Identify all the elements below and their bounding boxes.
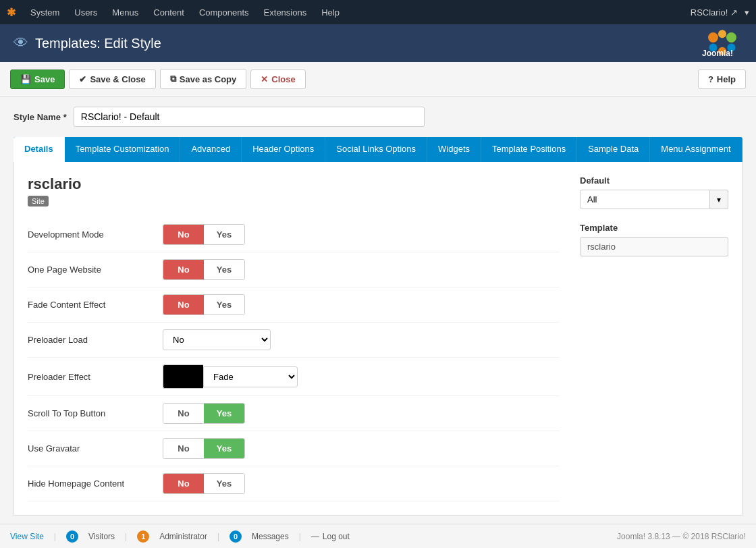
style-name-row: Style Name * bbox=[14, 107, 742, 127]
preloader-effect-wrap: Fade Slide Zoom bbox=[163, 364, 298, 389]
fade-content-row: Fade Content Effect No Yes bbox=[28, 287, 560, 323]
preloader-effect-row: Preloader Effect Fade Slide Zoom bbox=[28, 358, 560, 396]
tab-advanced[interactable]: Advanced bbox=[180, 137, 242, 162]
hide-homepage-no[interactable]: No bbox=[163, 474, 204, 493]
svg-point-2 bbox=[726, 32, 736, 43]
template-section: Template bbox=[580, 223, 728, 256]
main-panel: rsclario Site Development Mode No Yes On… bbox=[14, 162, 742, 516]
use-gravatar-toggle[interactable]: No Yes bbox=[163, 438, 245, 459]
development-mode-label: Development Mode bbox=[28, 229, 149, 240]
user-icon[interactable]: ▾ bbox=[745, 7, 749, 18]
tab-header-options[interactable]: Header Options bbox=[242, 137, 325, 162]
save-button[interactable]: 💾 Save bbox=[10, 70, 65, 89]
fade-content-no[interactable]: No bbox=[163, 295, 204, 314]
preloader-load-select[interactable]: No Yes bbox=[163, 329, 271, 350]
tab-template-customization[interactable]: Template Customization bbox=[65, 137, 181, 162]
save-copy-button[interactable]: ⧉ Save as Copy bbox=[160, 69, 247, 89]
preloader-effect-select[interactable]: Fade Slide Zoom bbox=[203, 366, 298, 387]
template-input bbox=[580, 237, 728, 256]
footer-bar: View Site | 0 Visitors | 1 Administrator… bbox=[0, 524, 756, 526]
site-badge: Site bbox=[28, 196, 49, 207]
nav-content[interactable]: Content bbox=[146, 0, 191, 24]
save-close-button[interactable]: ✔ Save & Close bbox=[69, 70, 155, 89]
scroll-top-toggle[interactable]: No Yes bbox=[163, 403, 245, 424]
top-nav: ✱ System Users Menus Content Components … bbox=[0, 0, 756, 24]
default-label: Default bbox=[580, 175, 728, 186]
tab-sample-data[interactable]: Sample Data bbox=[577, 137, 650, 162]
use-gravatar-row: Use Gravatar No Yes bbox=[28, 431, 560, 466]
development-mode-row: Development Mode No Yes bbox=[28, 217, 560, 252]
joomla-logo: Joomla! bbox=[702, 29, 742, 58]
nav-extensions[interactable]: Extensions bbox=[257, 0, 314, 24]
hide-homepage-label: Hide Homepage Content bbox=[28, 478, 149, 489]
one-page-website-yes[interactable]: Yes bbox=[204, 260, 244, 279]
one-page-website-toggle[interactable]: No Yes bbox=[163, 259, 245, 280]
save-icon: 💾 bbox=[20, 74, 31, 84]
hide-homepage-yes[interactable]: Yes bbox=[204, 474, 244, 493]
preloader-load-row: Preloader Load No Yes bbox=[28, 323, 560, 358]
close-icon: ✕ bbox=[261, 74, 268, 84]
hide-homepage-row: Hide Homepage Content No Yes bbox=[28, 466, 560, 501]
help-button[interactable]: ? Help bbox=[698, 70, 746, 89]
use-gravatar-label: Use Gravatar bbox=[28, 443, 149, 454]
page-title: Templates: Edit Style bbox=[35, 36, 161, 51]
tab-details[interactable]: Details bbox=[14, 137, 65, 162]
check-icon: ✔ bbox=[79, 74, 86, 84]
help-icon: ? bbox=[708, 74, 713, 84]
fade-content-label: Fade Content Effect bbox=[28, 300, 149, 310]
default-select-wrap: All ▾ bbox=[580, 190, 728, 209]
preloader-load-label: Preloader Load bbox=[28, 335, 149, 345]
nav-components[interactable]: Components bbox=[192, 0, 256, 24]
default-select[interactable]: All bbox=[580, 190, 710, 209]
scroll-top-no[interactable]: No bbox=[163, 404, 204, 423]
use-gravatar-yes[interactable]: Yes bbox=[204, 439, 244, 458]
development-mode-yes[interactable]: Yes bbox=[204, 225, 244, 244]
one-page-website-no[interactable]: No bbox=[163, 260, 204, 279]
svg-point-0 bbox=[708, 32, 718, 43]
fade-content-toggle[interactable]: No Yes bbox=[163, 294, 245, 315]
joomla-star-icon: ✱ bbox=[7, 6, 16, 19]
style-name-input[interactable] bbox=[74, 107, 425, 127]
tab-menu-assignment[interactable]: Menu Assignment bbox=[650, 137, 742, 162]
scroll-top-label: Scroll To Top Button bbox=[28, 408, 149, 418]
development-mode-no[interactable]: No bbox=[163, 225, 204, 244]
default-section: Default All ▾ bbox=[580, 175, 728, 209]
tab-widgets[interactable]: Widgets bbox=[427, 137, 481, 162]
svg-point-1 bbox=[718, 30, 726, 38]
scroll-top-row: Scroll To Top Button No Yes bbox=[28, 396, 560, 431]
toolbar: 💾 Save ✔ Save & Close ⧉ Save as Copy ✕ C… bbox=[0, 62, 756, 97]
hide-homepage-toggle[interactable]: No Yes bbox=[163, 473, 245, 494]
preloader-effect-label: Preloader Effect bbox=[28, 372, 149, 382]
main-left: rsclario Site Development Mode No Yes On… bbox=[28, 175, 560, 501]
scroll-top-yes[interactable]: Yes bbox=[204, 404, 244, 423]
svg-text:Joomla!: Joomla! bbox=[702, 49, 733, 56]
header-bar: 👁 Templates: Edit Style Joomla! bbox=[0, 24, 756, 62]
content-area: Style Name * Details Template Customizat… bbox=[0, 97, 756, 526]
template-name: rsclario bbox=[28, 175, 560, 193]
use-gravatar-no[interactable]: No bbox=[163, 439, 204, 458]
tab-bar: Details Template Customization Advanced … bbox=[14, 137, 742, 162]
style-name-label: Style Name * bbox=[14, 112, 67, 122]
nav-system[interactable]: System bbox=[24, 0, 66, 24]
main-right: Default All ▾ Template bbox=[580, 175, 728, 501]
tab-social-links[interactable]: Social Links Options bbox=[325, 137, 427, 162]
one-page-website-row: One Page Website No Yes bbox=[28, 252, 560, 287]
fade-content-yes[interactable]: Yes bbox=[204, 295, 244, 314]
default-select-chevron[interactable]: ▾ bbox=[710, 190, 728, 209]
tab-template-positions[interactable]: Template Positions bbox=[481, 137, 577, 162]
template-label: Template bbox=[580, 223, 728, 233]
copy-icon: ⧉ bbox=[170, 74, 176, 84]
nav-help[interactable]: Help bbox=[315, 0, 346, 24]
nav-users[interactable]: Users bbox=[68, 0, 104, 24]
color-swatch[interactable] bbox=[163, 364, 203, 389]
development-mode-toggle[interactable]: No Yes bbox=[163, 224, 245, 245]
template-icon: 👁 bbox=[14, 34, 28, 52]
one-page-website-label: One Page Website bbox=[28, 265, 149, 275]
close-button[interactable]: ✕ Close bbox=[250, 70, 305, 89]
nav-menus[interactable]: Menus bbox=[105, 0, 145, 24]
rsclario-link[interactable]: RSClario! ↗ bbox=[691, 7, 738, 18]
